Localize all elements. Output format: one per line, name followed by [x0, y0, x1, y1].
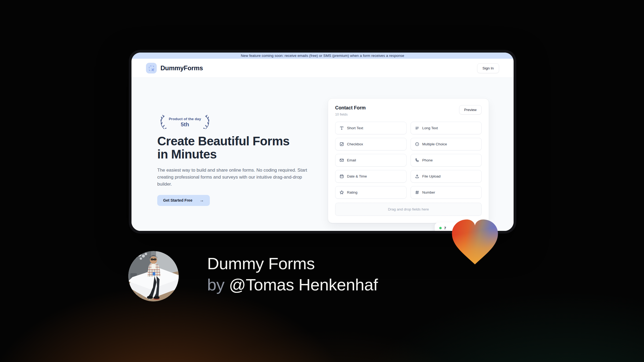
field-label: Long Text: [422, 126, 438, 130]
cursor-icon: [151, 68, 155, 72]
sign-in-button[interactable]: Sign In: [477, 63, 499, 73]
form-field-count: 10 fields: [335, 113, 366, 116]
form-title: Contact Form: [335, 105, 366, 111]
field-label: Multiple Choice: [422, 142, 447, 146]
hero-description: The easiest way to build and share onlin…: [157, 167, 312, 188]
caption-title: Dummy Forms: [207, 253, 378, 274]
field-chip-phone[interactable]: Phone: [411, 154, 482, 167]
field-label: Email: [347, 158, 356, 162]
potd-label: Product of the day: [169, 117, 201, 121]
hash-icon: [415, 190, 419, 195]
get-started-button[interactable]: Get Started Free →: [157, 195, 210, 206]
site-header: DummyForms Sign In: [131, 59, 514, 78]
field-label: Date & Time: [347, 174, 367, 178]
field-chip-multiple-choice[interactable]: Multiple Choice: [411, 138, 482, 150]
caption-author: @Tomas Henkenhaf: [229, 275, 378, 294]
get-started-label: Get Started Free: [163, 198, 192, 202]
field-chip-short-text[interactable]: Short Text: [335, 122, 407, 134]
arrow-right-icon: →: [200, 198, 204, 203]
dropzone-text: Drag and drop fields here: [388, 207, 429, 211]
brand[interactable]: DummyForms: [146, 63, 203, 73]
brand-name: DummyForms: [160, 64, 203, 72]
field-label: File Upload: [422, 174, 441, 178]
form-builder-card: Contact Form 10 fields Preview Short Tex…: [328, 98, 489, 223]
avatar: [128, 251, 179, 301]
potd-rank: 5th: [169, 121, 201, 128]
caption: Dummy Forms by @Tomas Henkenhaf: [207, 253, 378, 295]
heart-icon: [448, 217, 502, 266]
green-dot-icon: [439, 227, 442, 229]
browser-window: New feature coming soon: receive emails …: [129, 50, 516, 234]
caption-by: by: [207, 275, 224, 294]
star-icon: [339, 190, 344, 195]
hero-section: Product of the day 5th: [131, 78, 514, 231]
field-label: Rating: [347, 190, 357, 194]
announcement-banner: New feature coming soon: receive emails …: [131, 53, 514, 59]
field-chip-checkbox[interactable]: Checkbox: [335, 138, 407, 150]
laurel-right-icon: [203, 115, 213, 130]
field-label: Number: [422, 190, 435, 194]
field-chip-email[interactable]: Email: [335, 154, 407, 167]
promo-stage: New feature coming soon: receive emails …: [0, 0, 644, 362]
field-chip-long-text[interactable]: Long Text: [411, 122, 482, 134]
field-label: Short Text: [347, 126, 363, 130]
radio-icon: [415, 142, 419, 146]
field-chip-number[interactable]: Number: [411, 186, 482, 199]
dummyforms-logo-icon: [146, 63, 157, 73]
phone-icon: [415, 158, 419, 162]
calendar-icon: [339, 174, 344, 179]
field-chip-file-upload[interactable]: File Upload: [411, 170, 482, 183]
field-label: Phone: [422, 158, 433, 162]
text-icon: [339, 126, 344, 130]
field-label: Checkbox: [347, 142, 363, 146]
product-of-the-day-badge: Product of the day 5th: [157, 115, 318, 130]
responses-count: 7: [444, 226, 446, 230]
dropzone[interactable]: Drag and drop fields here: [335, 203, 482, 216]
field-chip-date-time[interactable]: Date & Time: [335, 170, 407, 183]
preview-button[interactable]: Preview: [459, 105, 482, 114]
announcement-text: New feature coming soon: receive emails …: [241, 54, 404, 58]
field-chip-rating[interactable]: Rating: [335, 186, 407, 199]
hero-title: Create Beautiful Forms in Minutes: [157, 135, 302, 161]
laurel-left-icon: [157, 115, 166, 130]
lines-icon: [415, 126, 419, 130]
checkbox-icon: [339, 142, 344, 146]
envelope-icon: [339, 158, 344, 162]
field-grid: Short Text Long Text Che: [335, 122, 482, 199]
upload-icon: [415, 174, 419, 179]
